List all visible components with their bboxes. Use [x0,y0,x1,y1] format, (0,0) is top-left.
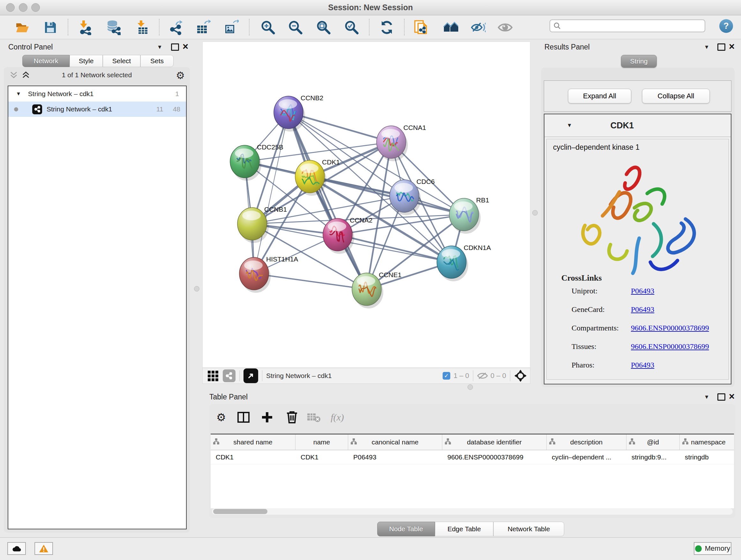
column-header-canonicalname[interactable]: canonical name [348,435,442,450]
column-header-name[interactable]: name [295,435,348,450]
collection-expand-caret-icon[interactable]: ▼ [16,91,21,97]
help-button[interactable]: ? [719,19,733,33]
table-cell[interactable]: CDK1 [211,450,295,464]
right-splitter-handle[interactable] [532,210,538,215]
refresh-icon[interactable] [379,20,394,35]
crosslink-tissues-link[interactable]: 9606.ENSP00000378699 [631,342,709,351]
results-panel-float-icon[interactable] [718,44,725,51]
gene-header-row[interactable]: ▼ CDK1 [544,114,731,137]
network-status-dot [14,107,18,111]
bottom-splitter-handle[interactable] [468,384,473,390]
export-image-icon[interactable] [223,20,239,35]
network-view-footer: String Network – cdk1 ✓ 1 – 0 0 – 0 [202,368,530,384]
column-header-description[interactable]: description [547,435,626,450]
clone-network-icon[interactable] [414,20,429,35]
table-scrollbar-thumb[interactable] [213,509,267,514]
detach-view-icon[interactable] [244,368,258,383]
tab-node-table[interactable]: Node Table [377,522,435,537]
table-cell[interactable]: 9606.ENSP00000378699 [442,450,547,464]
table-horizontal-scrollbar[interactable] [212,508,733,515]
table-panel-close-icon[interactable]: × [729,393,735,400]
search-input[interactable] [561,22,696,30]
node-table-body[interactable]: CDK1CDK1P064939606.ENSP00000378699cyclin… [211,450,734,464]
table-row[interactable]: CDK1CDK1P064939606.ENSP00000378699cyclin… [211,450,734,464]
network-row-selected[interactable]: String Network – cdk1 11 48 [8,102,186,117]
save-session-icon[interactable] [43,20,58,35]
tab-sets[interactable]: Sets [140,55,174,67]
tab-edge-table[interactable]: Edge Table [435,522,493,537]
column-header-sharedname[interactable]: shared name [211,435,295,450]
column-header-id[interactable]: @id [626,435,680,450]
network-overview-icon[interactable] [223,369,235,382]
svg-text:CCNE1: CCNE1 [379,271,401,278]
footer-separator [473,370,473,381]
node-table-header[interactable]: shared namenamecanonical namedatabase id… [211,434,734,450]
crosslink-pharos-link[interactable]: P06493 [631,361,654,369]
left-splitter-handle[interactable] [194,286,199,292]
memory-button[interactable]: Memory [694,542,731,555]
tab-select[interactable]: Select [103,55,140,67]
gene-collapse-caret-icon[interactable]: ▼ [567,122,572,129]
table-panel-float-icon[interactable] [718,393,725,401]
network-view-canvas[interactable]: CCNB2CCNA1CDC25BCDK1CDC6RB1CCNB1CCNA2CDK… [202,42,530,368]
control-panel-menu-caret-icon[interactable]: ▼ [157,44,162,51]
tab-string[interactable]: String [621,55,657,68]
collection-label: String Network – cdk1 [28,90,93,98]
tab-style[interactable]: Style [70,55,103,67]
export-table-icon[interactable] [195,20,211,35]
open-session-icon[interactable] [15,20,30,35]
hide-unhide-icon[interactable] [470,20,486,35]
selected-nodes-checkbox[interactable]: ✓ [443,372,450,380]
table-cell[interactable]: CDK1 [295,450,348,464]
network-type-icon [32,105,42,114]
table-cell[interactable]: stringdb:9... [626,450,680,464]
cloud-status-button[interactable] [7,542,26,555]
column-header-namespace[interactable]: namespace [680,435,734,450]
expand-all-button[interactable]: Expand All [568,89,631,104]
crosslink-uniprot-link[interactable]: P06493 [631,287,654,295]
show-columns-icon[interactable] [236,410,251,425]
zoom-in-icon[interactable] [260,20,276,35]
table-cell[interactable]: stringdb [680,450,734,464]
import-network-icon[interactable] [78,20,93,35]
zoom-fit-icon[interactable] [316,20,331,35]
status-bar [0,537,741,560]
network-collection-row[interactable]: ▼ String Network – cdk1 1 [8,86,186,102]
birds-eye-crosshair-icon[interactable] [514,369,527,382]
network-options-gear-icon[interactable]: ⚙ [176,70,185,81]
tab-network[interactable]: Network [22,55,70,67]
show-grid-icon[interactable] [208,371,218,381]
gene-details: cyclin–dependent kinase 1 CrossLinks [546,139,729,380]
selected-nodes-count: 1 – 0 [454,372,469,380]
control-panel-float-icon[interactable] [171,44,179,51]
home-networks-icon[interactable] [443,20,458,35]
svg-text:CDK1: CDK1 [322,159,340,166]
search-box[interactable] [549,19,705,32]
table-options-gear-icon[interactable]: ⚙ [214,410,228,425]
table-cell[interactable]: cyclin–dependent ... [547,450,626,464]
results-panel-menu-caret-icon[interactable]: ▼ [704,44,710,51]
svg-text:CCNA1: CCNA1 [403,124,426,131]
export-network-icon[interactable] [169,20,184,35]
table-panel-menu-caret-icon[interactable]: ▼ [704,394,710,400]
results-panel-close-icon[interactable]: × [729,44,735,50]
crosslink-genecard-link[interactable]: P06493 [631,305,654,314]
control-panel-close-icon[interactable]: × [183,44,188,50]
crosslink-compartments-link[interactable]: 9606.ENSP00000378699 [631,324,709,332]
gene-description: cyclin–dependent kinase 1 [553,143,639,152]
warnings-button[interactable] [35,542,53,555]
import-table-icon[interactable] [135,20,150,35]
tab-network-table[interactable]: Network Table [493,522,564,537]
table-cell[interactable]: P06493 [348,450,442,464]
collapse-all-button[interactable]: Collapse All [642,89,710,104]
zoom-out-icon[interactable] [288,20,303,35]
zoom-selected-icon[interactable] [344,20,359,35]
delete-table-icon-disabled [307,410,321,425]
delete-column-icon[interactable] [285,410,299,425]
crosslink-row: Compartments: 9606.ENSP00000378699 [571,324,709,332]
import-network-from-database-icon[interactable] [105,20,121,35]
column-header-databaseidentifier[interactable]: database identifier [442,435,547,450]
footer-separator [262,370,262,381]
column-type-icon [445,438,451,445]
add-column-icon[interactable] [260,410,274,425]
